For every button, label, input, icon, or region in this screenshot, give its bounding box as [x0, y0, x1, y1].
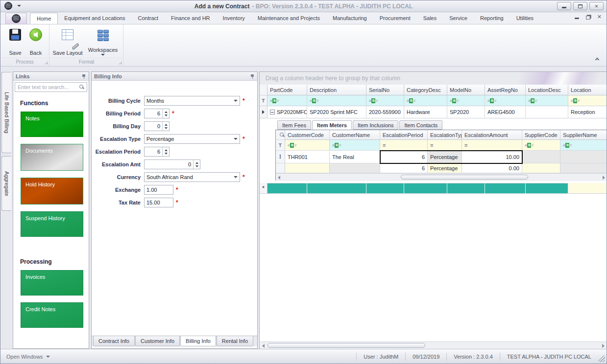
- new-row-cell-serialno[interactable]: [366, 183, 404, 194]
- link-button-documents[interactable]: Documents: [21, 144, 83, 171]
- filter-cell-serialno[interactable]: aBc: [366, 95, 404, 106]
- cell-escalationamount[interactable]: 0.00: [462, 163, 522, 173]
- meters-data-row[interactable]: 6Percentage0.00: [276, 163, 607, 173]
- tab-item-contacts[interactable]: Item Contacts: [399, 120, 442, 130]
- column-header-escalationtype[interactable]: EscalationType: [428, 130, 462, 140]
- new-row-cell-assetregno[interactable]: [485, 183, 526, 194]
- column-header-assetregno[interactable]: AssetRegNo: [485, 85, 526, 95]
- scroll-left-icon[interactable]: [278, 176, 280, 180]
- cell-customercode[interactable]: THR001: [285, 151, 330, 163]
- field-billing-cycle-dropdown[interactable]: Months: [144, 96, 240, 106]
- pin-icon[interactable]: [82, 74, 86, 79]
- new-row-cell-partcode[interactable]: [267, 183, 307, 194]
- ribbon-tab-finance-and-hr[interactable]: Finance and HR: [165, 13, 217, 24]
- field-tax-rate-input[interactable]: 15.00: [144, 198, 173, 207]
- ribbon-tab-service[interactable]: Service: [443, 13, 474, 24]
- column-header-escalationamount[interactable]: EscalationAmount: [462, 130, 522, 140]
- filter-cell-customercode[interactable]: aBc: [285, 140, 330, 151]
- items-h-scrollbar[interactable]: [260, 341, 607, 349]
- tab-contract-info[interactable]: Contract Info: [93, 336, 135, 346]
- spin-down-icon[interactable]: [165, 153, 168, 155]
- cell-locationdesc[interactable]: [526, 106, 568, 118]
- filter-cell-description[interactable]: aBc: [307, 95, 366, 106]
- links-search-input[interactable]: Enter text to search...: [15, 82, 87, 92]
- column-header-escalationperiod[interactable]: EscalationPeriod: [380, 130, 428, 140]
- tab-billing-info[interactable]: Billing Info: [180, 336, 216, 346]
- tab-item-meters[interactable]: Item Meters: [312, 120, 352, 130]
- filter-cell-escalationperiod[interactable]: =: [380, 140, 428, 151]
- column-header-locationdesc[interactable]: LocationDesc: [526, 85, 568, 95]
- ribbon-tab-equipment-and-locations[interactable]: Equipment and Locations: [58, 13, 131, 24]
- mdi-restore-icon[interactable]: [586, 16, 590, 20]
- column-header-serialno[interactable]: SerialNo: [366, 85, 404, 95]
- cell-assetregno[interactable]: AREG4500: [485, 106, 526, 118]
- filter-cell-modelno[interactable]: aBc: [447, 95, 485, 106]
- minimize-button[interactable]: [557, 2, 571, 10]
- column-header-categorydesc[interactable]: CategoryDesc: [404, 85, 447, 95]
- spin-up-icon[interactable]: [165, 124, 168, 126]
- items-grid-new-row[interactable]: *: [260, 183, 607, 194]
- cell-customername[interactable]: [330, 163, 380, 173]
- filter-cell-assetregno[interactable]: aBc: [485, 95, 526, 106]
- link-button-credit-notes[interactable]: Credit Notes: [21, 302, 83, 328]
- cell-suppliername[interactable]: [560, 163, 607, 173]
- field-currency-dropdown[interactable]: South African Rand: [144, 172, 240, 182]
- mdi-close-icon[interactable]: ✕: [597, 14, 602, 20]
- filter-cell-customername[interactable]: aBc: [330, 140, 380, 151]
- spin-down-icon[interactable]: [165, 127, 168, 129]
- tab-customer-info[interactable]: Customer Info: [135, 336, 180, 346]
- meters-h-scrollbar[interactable]: [276, 173, 607, 181]
- dialog-launcher-icon[interactable]: [119, 62, 121, 64]
- filter-cell-suppliercode[interactable]: aBc: [522, 140, 560, 151]
- new-row-cell-categorydesc[interactable]: [404, 183, 447, 194]
- cell-categorydesc[interactable]: Hardware: [404, 106, 447, 118]
- maximize-button[interactable]: [573, 2, 587, 10]
- new-row-cell-location[interactable]: [568, 183, 607, 194]
- field-billing-day-spinner[interactable]: 0: [144, 121, 170, 131]
- cell-modelno[interactable]: SP2020: [447, 106, 485, 118]
- ribbon-tab-manufacturing[interactable]: Manufacturing: [326, 13, 373, 24]
- ribbon-collapse-button[interactable]: [595, 57, 600, 61]
- cell-serialno[interactable]: 2020-559900: [366, 106, 404, 118]
- filter-cell-suppliername[interactable]: aBc: [560, 140, 607, 151]
- tab-item-inclusions[interactable]: Item Inclusions: [353, 120, 398, 130]
- scroll-right-icon[interactable]: [602, 344, 605, 348]
- column-header-description[interactable]: Description: [307, 85, 366, 95]
- scroll-left-icon[interactable]: [262, 344, 265, 348]
- cell-description[interactable]: SP2020 Sprint MFC: [307, 106, 366, 118]
- ribbon-tab-home[interactable]: Home: [30, 13, 58, 24]
- spin-down-icon[interactable]: [195, 165, 198, 167]
- dialog-launcher-icon[interactable]: [45, 62, 48, 64]
- field-escalation-type-dropdown[interactable]: Percentage: [144, 134, 240, 144]
- spin-up-icon[interactable]: [165, 111, 168, 113]
- app-menu-button[interactable]: [5, 13, 27, 24]
- app-logo-icon[interactable]: [4, 2, 12, 10]
- resize-grip[interactable]: [598, 355, 605, 362]
- column-header-suppliername[interactable]: SupplierName: [560, 130, 607, 140]
- spin-up-icon[interactable]: [165, 149, 168, 151]
- chevron-down-icon[interactable]: [232, 100, 240, 102]
- column-header-customercode[interactable]: CustomerCode: [285, 130, 330, 140]
- pin-icon[interactable]: [250, 74, 255, 79]
- close-button[interactable]: ✕: [589, 2, 604, 10]
- chevron-down-icon[interactable]: [232, 138, 240, 140]
- field-exchange-input[interactable]: 1.00: [144, 185, 173, 195]
- ribbon-tab-contract[interactable]: Contract: [132, 13, 165, 24]
- filter-cell-escalationtype[interactable]: =: [428, 140, 462, 151]
- tab-item-fees[interactable]: Item Fees: [277, 120, 311, 130]
- search-icon[interactable]: [79, 85, 84, 90]
- filter-cell-partcode[interactable]: aBc: [267, 95, 307, 106]
- chevron-down-icon[interactable]: [232, 176, 240, 178]
- field-escalation-period-spinner[interactable]: 6: [144, 147, 170, 157]
- spinner-buttons[interactable]: [193, 160, 200, 169]
- collapse-detail-icon[interactable]: [270, 110, 275, 114]
- workspaces-button[interactable]: Workspaces: [86, 27, 120, 56]
- column-header-modelno[interactable]: ModelNo: [447, 85, 485, 95]
- link-button-notes[interactable]: Notes: [21, 112, 83, 137]
- scrollbar-thumb[interactable]: [401, 175, 528, 180]
- link-button-invoices[interactable]: Invoices: [21, 270, 83, 296]
- cell-suppliercode[interactable]: [522, 151, 560, 163]
- cell-suppliername[interactable]: [560, 151, 607, 163]
- back-button[interactable]: Back: [22, 27, 49, 56]
- ribbon-tab-sales[interactable]: Sales: [417, 13, 443, 24]
